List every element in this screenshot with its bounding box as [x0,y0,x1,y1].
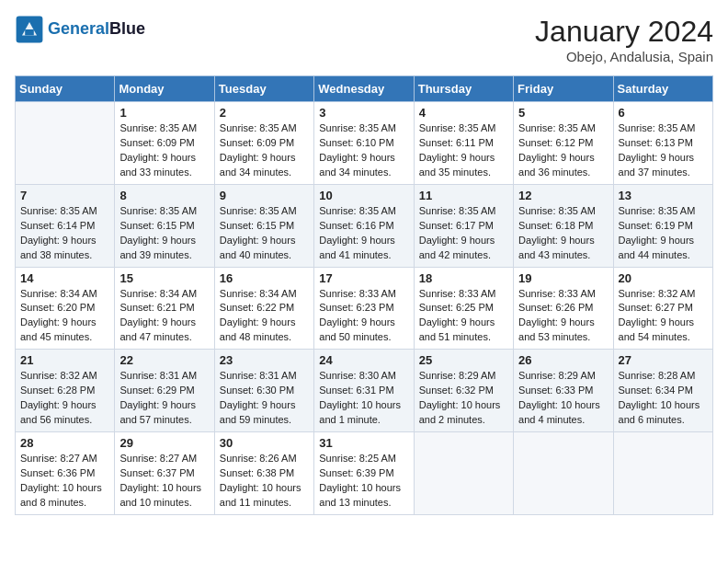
calendar-cell: 26Sunrise: 8:29 AMSunset: 6:33 PMDayligh… [514,350,613,432]
day-number: 25 [419,353,508,367]
calendar-cell: 15Sunrise: 8:34 AMSunset: 6:21 PMDayligh… [115,267,214,350]
day-number: 9 [220,189,309,202]
day-info: Sunrise: 8:25 AMSunset: 6:39 PMDaylight:… [319,452,408,511]
weekday-header: Saturday [613,76,712,102]
calendar-week-row: 21Sunrise: 8:32 AMSunset: 6:28 PMDayligh… [16,350,713,432]
calendar-table: SundayMondayTuesdayWednesdayThursdayFrid… [15,75,713,515]
day-number: 30 [220,436,309,450]
calendar-cell: 31Sunrise: 8:25 AMSunset: 6:39 PMDayligh… [314,432,414,515]
calendar-cell: 27Sunrise: 8:28 AMSunset: 6:34 PMDayligh… [613,350,712,432]
calendar-cell: 9Sunrise: 8:35 AMSunset: 6:15 PMDaylight… [214,184,313,267]
day-info: Sunrise: 8:35 AMSunset: 6:09 PMDaylight:… [119,121,209,180]
day-number: 19 [518,271,608,285]
day-info: Sunrise: 8:35 AMSunset: 6:09 PMDaylight:… [220,121,309,180]
logo-text2: Blue [109,19,145,38]
calendar-cell: 8Sunrise: 8:35 AMSunset: 6:15 PMDaylight… [115,184,214,267]
day-number: 8 [119,189,209,202]
day-number: 7 [20,189,109,202]
day-number: 5 [518,106,608,120]
calendar-week-row: 14Sunrise: 8:34 AMSunset: 6:20 PMDayligh… [16,267,713,350]
calendar-cell [514,432,613,515]
calendar-cell: 11Sunrise: 8:35 AMSunset: 6:17 PMDayligh… [414,184,513,267]
day-info: Sunrise: 8:34 AMSunset: 6:22 PMDaylight:… [220,287,309,346]
calendar-cell: 14Sunrise: 8:34 AMSunset: 6:20 PMDayligh… [16,267,115,350]
day-number: 24 [319,353,408,367]
day-info: Sunrise: 8:32 AMSunset: 6:27 PMDaylight:… [619,287,708,346]
weekday-header: Monday [115,76,214,102]
calendar-week-row: 7Sunrise: 8:35 AMSunset: 6:14 PMDaylight… [16,184,713,267]
calendar-cell: 7Sunrise: 8:35 AMSunset: 6:14 PMDaylight… [16,184,115,267]
calendar-cell: 12Sunrise: 8:35 AMSunset: 6:18 PMDayligh… [514,184,613,267]
calendar-cell: 29Sunrise: 8:27 AMSunset: 6:37 PMDayligh… [115,432,214,515]
day-info: Sunrise: 8:35 AMSunset: 6:19 PMDaylight:… [619,204,708,263]
calendar-cell: 20Sunrise: 8:32 AMSunset: 6:27 PMDayligh… [613,267,712,350]
day-number: 22 [119,353,209,367]
day-info: Sunrise: 8:35 AMSunset: 6:16 PMDaylight:… [319,204,408,263]
day-info: Sunrise: 8:29 AMSunset: 6:33 PMDaylight:… [518,369,608,428]
weekday-header: Sunday [16,76,115,102]
day-info: Sunrise: 8:31 AMSunset: 6:30 PMDaylight:… [220,369,309,428]
day-info: Sunrise: 8:28 AMSunset: 6:34 PMDaylight:… [619,369,708,428]
day-number: 1 [119,106,209,120]
day-number: 16 [220,271,309,285]
calendar-cell: 13Sunrise: 8:35 AMSunset: 6:19 PMDayligh… [613,184,712,267]
day-number: 10 [319,189,408,202]
day-info: Sunrise: 8:32 AMSunset: 6:28 PMDaylight:… [20,369,109,428]
weekday-header-row: SundayMondayTuesdayWednesdayThursdayFrid… [16,76,713,102]
calendar-cell: 25Sunrise: 8:29 AMSunset: 6:32 PMDayligh… [414,350,513,432]
day-number: 21 [20,353,109,367]
day-info: Sunrise: 8:35 AMSunset: 6:10 PMDaylight:… [319,121,408,180]
svg-rect-2 [25,29,34,35]
calendar-cell: 16Sunrise: 8:34 AMSunset: 6:22 PMDayligh… [214,267,313,350]
calendar-cell [16,102,115,185]
day-number: 23 [220,353,309,367]
calendar-cell: 18Sunrise: 8:33 AMSunset: 6:25 PMDayligh… [414,267,513,350]
day-number: 18 [419,271,508,285]
page-header: GeneralBlue January 2024 Obejo, Andalusi… [15,15,713,64]
calendar-cell: 23Sunrise: 8:31 AMSunset: 6:30 PMDayligh… [214,350,313,432]
calendar-cell: 19Sunrise: 8:33 AMSunset: 6:26 PMDayligh… [514,267,613,350]
day-info: Sunrise: 8:35 AMSunset: 6:11 PMDaylight:… [419,121,508,180]
day-info: Sunrise: 8:27 AMSunset: 6:37 PMDaylight:… [119,452,209,511]
day-info: Sunrise: 8:30 AMSunset: 6:31 PMDaylight:… [319,369,408,428]
calendar-cell: 1Sunrise: 8:35 AMSunset: 6:09 PMDaylight… [115,102,214,185]
calendar-cell [613,432,712,515]
day-number: 12 [518,189,608,202]
day-number: 6 [619,106,708,120]
day-number: 26 [518,353,608,367]
day-info: Sunrise: 8:35 AMSunset: 6:17 PMDaylight:… [419,204,508,263]
location: Obejo, Andalusia, Spain [535,49,713,64]
day-number: 28 [20,436,109,450]
calendar-cell: 5Sunrise: 8:35 AMSunset: 6:12 PMDaylight… [514,102,613,185]
calendar-cell: 21Sunrise: 8:32 AMSunset: 6:28 PMDayligh… [16,350,115,432]
day-number: 27 [619,353,708,367]
calendar-cell: 4Sunrise: 8:35 AMSunset: 6:11 PMDaylight… [414,102,513,185]
calendar-cell [414,432,513,515]
day-info: Sunrise: 8:35 AMSunset: 6:18 PMDaylight:… [518,204,608,263]
day-info: Sunrise: 8:33 AMSunset: 6:25 PMDaylight:… [419,287,508,346]
day-number: 2 [220,106,309,120]
day-number: 14 [20,271,109,285]
calendar-cell: 17Sunrise: 8:33 AMSunset: 6:23 PMDayligh… [314,267,414,350]
day-number: 13 [619,189,708,202]
day-info: Sunrise: 8:35 AMSunset: 6:14 PMDaylight:… [20,204,109,263]
day-info: Sunrise: 8:34 AMSunset: 6:21 PMDaylight:… [119,287,209,346]
calendar-cell: 24Sunrise: 8:30 AMSunset: 6:31 PMDayligh… [314,350,414,432]
logo-icon [15,15,44,44]
calendar-cell: 2Sunrise: 8:35 AMSunset: 6:09 PMDaylight… [214,102,313,185]
day-number: 4 [419,106,508,120]
day-info: Sunrise: 8:35 AMSunset: 6:15 PMDaylight:… [220,204,309,263]
day-info: Sunrise: 8:35 AMSunset: 6:13 PMDaylight:… [619,121,708,180]
weekday-header: Tuesday [214,76,313,102]
calendar-cell: 10Sunrise: 8:35 AMSunset: 6:16 PMDayligh… [314,184,414,267]
day-number: 11 [419,189,508,202]
calendar-week-row: 1Sunrise: 8:35 AMSunset: 6:09 PMDaylight… [16,102,713,185]
weekday-header: Friday [514,76,613,102]
logo: GeneralBlue [15,15,145,44]
calendar-cell: 22Sunrise: 8:31 AMSunset: 6:29 PMDayligh… [115,350,214,432]
day-info: Sunrise: 8:35 AMSunset: 6:12 PMDaylight:… [518,121,608,180]
day-info: Sunrise: 8:26 AMSunset: 6:38 PMDaylight:… [220,452,309,511]
day-info: Sunrise: 8:33 AMSunset: 6:23 PMDaylight:… [319,287,408,346]
day-number: 29 [119,436,209,450]
weekday-header: Wednesday [314,76,414,102]
